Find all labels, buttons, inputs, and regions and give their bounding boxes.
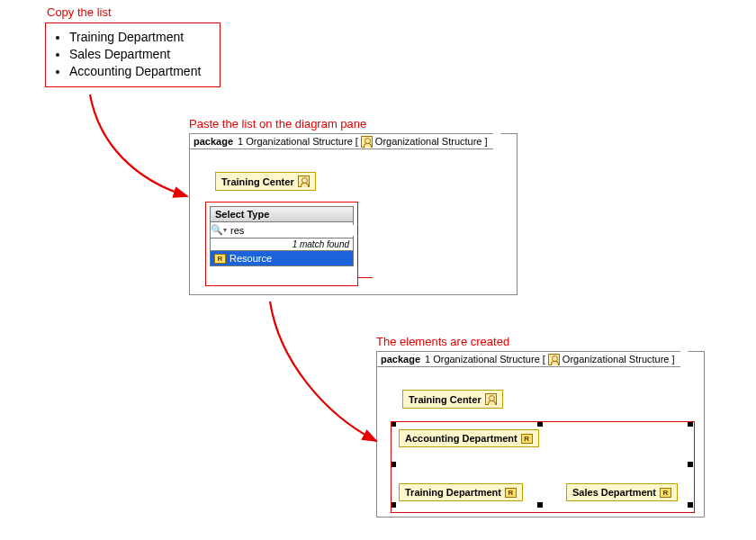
- select-type-result-resource[interactable]: R Resource: [210, 251, 354, 266]
- element-sales-department[interactable]: Sales Department R: [566, 483, 678, 501]
- frame-bracket-open: [: [356, 136, 358, 147]
- resource-icon: R: [505, 488, 517, 498]
- frame-kw: package: [194, 136, 233, 147]
- selection-handle[interactable]: [537, 502, 543, 508]
- select-type-title: Select Type: [210, 206, 354, 222]
- ctrlv-connector-line: [358, 277, 373, 278]
- element-label: Training Department: [405, 487, 501, 498]
- element-accounting-department[interactable]: Accounting Department R: [399, 429, 539, 447]
- annotation-paste-list: Paste the list on the diagram pane: [189, 117, 366, 130]
- copy-list-item: Sales Department: [69, 47, 212, 61]
- frame-1-header: package 1 Organizational Structure [ Org…: [189, 133, 493, 149]
- frame-bracket-title: Organizational Structure: [375, 136, 482, 147]
- element-training-department[interactable]: Training Department R: [399, 483, 523, 501]
- frame-bracket-title: Organizational Structure: [562, 354, 670, 364]
- copy-list-box: Training Department Sales Department Acc…: [45, 22, 220, 87]
- diagram-frame-1[interactable]: package 1 Organizational Structure [ Org…: [189, 133, 518, 295]
- frame-title: Organizational Structure: [246, 136, 353, 147]
- annotation-copy-list: Copy the list: [47, 5, 112, 19]
- copy-list-item: Accounting Department: [69, 64, 212, 78]
- selection-handle[interactable]: [688, 421, 693, 427]
- actor-icon: [548, 354, 560, 365]
- element-training-center[interactable]: Training Center: [402, 390, 503, 409]
- element-label: Training Center: [409, 394, 482, 405]
- select-type-search-row[interactable]: 🔍 ▾: [210, 222, 354, 238]
- select-type-search-input[interactable]: [229, 225, 356, 236]
- frame-2-header: package 1 Organizational Structure [ Org…: [376, 351, 680, 367]
- selection-handle[interactable]: [537, 421, 543, 427]
- annotation-elements-created: The elements are created: [376, 335, 509, 348]
- copy-list-item: Training Department: [69, 30, 212, 44]
- diagram-frame-2[interactable]: package 1 Organizational Structure [ Org…: [376, 351, 705, 518]
- frame-num: 1: [238, 136, 243, 147]
- resource-icon: R: [521, 434, 533, 444]
- selection-handle[interactable]: [391, 462, 396, 467]
- selection-handle[interactable]: [688, 502, 693, 508]
- element-training-center[interactable]: Training Center: [215, 172, 316, 191]
- resource-icon: R: [214, 254, 226, 264]
- search-icon: 🔍: [211, 224, 223, 236]
- actor-icon: [361, 136, 373, 148]
- select-type-panel[interactable]: Select Type 🔍 ▾ 1 match found R Resource: [210, 206, 354, 266]
- selection-handle[interactable]: [688, 462, 693, 467]
- element-label: Sales Department: [572, 487, 656, 498]
- element-label: Accounting Department: [405, 433, 518, 444]
- frame-num: 1: [425, 354, 430, 364]
- selection-handle[interactable]: [391, 502, 396, 508]
- select-type-result-label: Resource: [230, 253, 272, 264]
- selection-handle[interactable]: [391, 421, 396, 427]
- frame-kw: package: [381, 354, 420, 364]
- frame-title: Organizational Structure: [433, 354, 540, 364]
- select-type-match-count: 1 match found: [210, 238, 354, 251]
- actor-icon: [298, 176, 310, 187]
- frame-bracket-close: ]: [671, 354, 674, 364]
- frame-bracket-close: ]: [484, 136, 487, 147]
- frame-bracket-open: [: [543, 354, 545, 364]
- actor-icon: [485, 393, 497, 405]
- element-label: Training Center: [221, 176, 294, 187]
- resource-icon: R: [660, 488, 671, 498]
